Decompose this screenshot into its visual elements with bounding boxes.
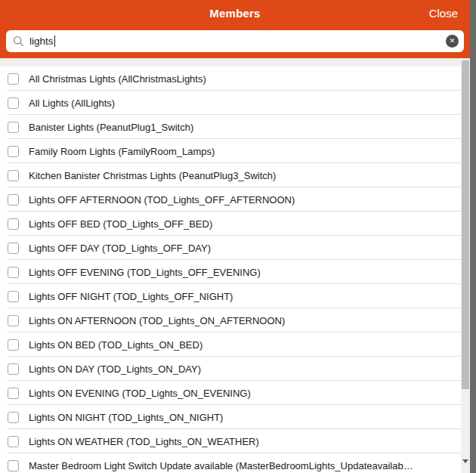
list-item[interactable]: Lights ON BED (TOD_Lights_ON_BED) — [0, 332, 461, 357]
list-item-label: Kitchen Banister Christmas Lights (Peanu… — [29, 170, 276, 181]
scrollbar[interactable] — [461, 58, 470, 473]
dialog-titlebar: Members Close — [0, 0, 470, 26]
list-item-label: Lights OFF DAY (TOD_Lights_OFF_DAY) — [29, 243, 211, 254]
list-item-label: All Lights (AllLights) — [29, 97, 115, 109]
dialog-title: Members — [209, 7, 260, 20]
list-item-label: Lights OFF AFTERNOON (TOD_Lights_OFF_AFT… — [29, 194, 295, 206]
list-item-label: Lights ON EVENING (TOD_Lights_ON_EVENING… — [29, 388, 251, 399]
checkbox[interactable] — [8, 243, 19, 254]
list-item[interactable]: All Christmas Lights (AllChristmasLights… — [0, 66, 461, 91]
list-item-label: Lights OFF BED (TOD_Lights_OFF_BED) — [29, 218, 212, 230]
list-item[interactable]: Master Bedroom Light Switch Update avail… — [0, 453, 461, 473]
list-item[interactable]: Lights ON NIGHT (TOD_Lights_ON_NIGHT) — [0, 405, 461, 429]
search-icon — [13, 36, 24, 47]
list-item-label: Lights ON BED (TOD_Lights_ON_BED) — [29, 339, 202, 351]
search-input[interactable]: lights ✕ — [6, 30, 464, 52]
checkbox[interactable] — [8, 122, 19, 133]
clear-icon: ✕ — [450, 38, 456, 45]
list-item[interactable]: Lights ON EVENING (TOD_Lights_ON_EVENING… — [0, 381, 461, 405]
list-item[interactable]: Kitchen Banister Christmas Lights (Peanu… — [0, 163, 461, 187]
checkbox[interactable] — [8, 412, 19, 423]
checkbox[interactable] — [8, 363, 19, 375]
checkbox[interactable] — [8, 315, 19, 326]
list-item-label: Banister Lights (PeanutPlug1_Switch) — [29, 122, 193, 133]
list-item[interactable]: All Lights (AllLights) — [0, 91, 461, 115]
checkbox[interactable] — [8, 291, 19, 302]
scroll-down-icon[interactable] — [462, 459, 468, 463]
scrollbar-thumb[interactable] — [462, 60, 469, 389]
checkbox[interactable] — [8, 436, 19, 447]
checkbox[interactable] — [8, 460, 19, 471]
list-item[interactable]: Lights ON AFTERNOON (TOD_Lights_ON_AFTER… — [0, 308, 461, 332]
checkbox[interactable] — [8, 194, 19, 206]
list-item[interactable]: Lights OFF EVENING (TOD_Lights_OFF_EVENI… — [0, 260, 461, 284]
list-item-label: Lights ON NIGHT (TOD_Lights_ON_NIGHT) — [29, 412, 223, 423]
text-caret — [54, 36, 55, 47]
list-item-label: Lights ON WEATHER (TOD_Lights_ON_WEATHER… — [29, 436, 259, 447]
dialog-header: Members Close lights ✕ — [0, 0, 470, 58]
window-edge — [470, 0, 476, 473]
members-dialog: Members Close lights ✕ All Christmas Lig… — [0, 0, 476, 473]
list-item-label: Lights ON DAY (TOD_Lights_ON_DAY) — [29, 363, 201, 375]
checkbox[interactable] — [8, 73, 19, 85]
checkbox[interactable] — [8, 97, 19, 109]
clear-search-button[interactable]: ✕ — [446, 35, 459, 48]
list-item[interactable]: Lights OFF DAY (TOD_Lights_OFF_DAY) — [0, 236, 461, 260]
list-item[interactable]: Family Room Lights (FamilyRoom_Lamps) — [0, 139, 461, 163]
list-item-label: Lights ON AFTERNOON (TOD_Lights_ON_AFTER… — [29, 315, 285, 326]
list-item[interactable]: Lights ON DAY (TOD_Lights_ON_DAY) — [0, 357, 461, 381]
list-item[interactable]: Lights ON WEATHER (TOD_Lights_ON_WEATHER… — [0, 429, 461, 453]
list-item-label: Master Bedroom Light Switch Update avail… — [29, 460, 413, 471]
list-item[interactable]: Lights OFF BED (TOD_Lights_OFF_BED) — [0, 212, 461, 236]
checkbox[interactable] — [8, 388, 19, 399]
list-item-label: Lights OFF NIGHT (TOD_Lights_OFF_NIGHT) — [29, 291, 233, 302]
members-list: All Christmas Lights (AllChristmasLights… — [0, 58, 461, 473]
search-value: lights — [29, 36, 54, 47]
search-bar: lights ✕ — [0, 26, 470, 52]
list-item-label: All Christmas Lights (AllChristmasLights… — [29, 73, 206, 85]
list-item[interactable]: Lights OFF AFTERNOON (TOD_Lights_OFF_AFT… — [0, 187, 461, 212]
checkbox[interactable] — [8, 170, 19, 181]
checkbox[interactable] — [8, 146, 19, 157]
checkbox[interactable] — [8, 339, 19, 351]
checkbox[interactable] — [8, 267, 19, 278]
close-button[interactable]: Close — [429, 0, 458, 26]
list-item[interactable]: Banister Lights (PeanutPlug1_Switch) — [0, 115, 461, 139]
list-item-label: Lights OFF EVENING (TOD_Lights_OFF_EVENI… — [29, 267, 261, 278]
checkbox[interactable] — [8, 218, 19, 230]
list-item-label: Family Room Lights (FamilyRoom_Lamps) — [29, 146, 215, 157]
list-item[interactable]: Lights OFF NIGHT (TOD_Lights_OFF_NIGHT) — [0, 284, 461, 308]
